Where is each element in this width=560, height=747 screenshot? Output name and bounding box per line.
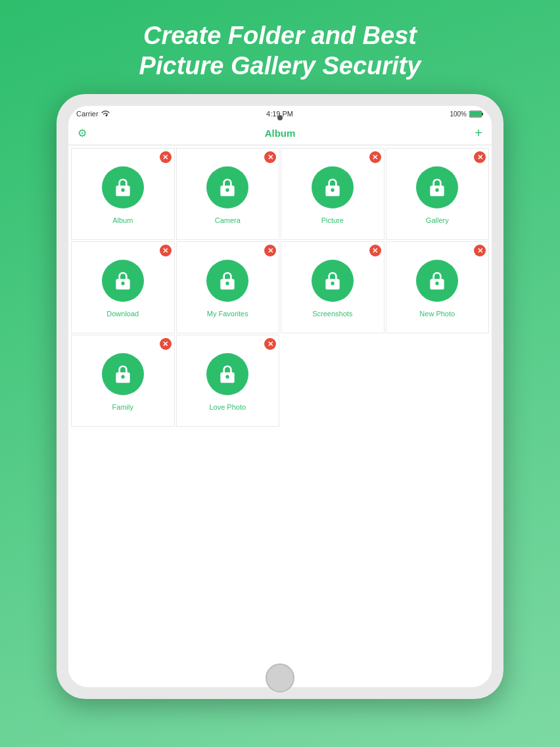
delete-button[interactable]: ✕ (474, 245, 486, 256)
nav-bar-inner: ⚙ Album + (78, 126, 482, 141)
tablet-frame: Carrier 4:19 PM 100% (57, 94, 503, 699)
lock-circle (312, 166, 354, 208)
lock-circle (416, 260, 458, 302)
delete-button[interactable]: ✕ (160, 338, 172, 350)
folder-item[interactable]: ✕ My Favorites (176, 241, 280, 333)
folder-grid: ✕ Album✕ Camera✕ Picture✕ Gallery✕ Downl… (71, 148, 489, 427)
delete-button[interactable]: ✕ (264, 151, 276, 163)
delete-button[interactable]: ✕ (264, 338, 276, 350)
lock-circle (102, 260, 144, 302)
delete-button[interactable]: ✕ (160, 245, 172, 256)
folder-label: My Favorites (207, 310, 248, 318)
camera-dot (277, 115, 283, 120)
nav-title: Album (265, 128, 296, 139)
folder-label: Camera (215, 216, 241, 224)
grid-area[interactable]: ✕ Album✕ Camera✕ Picture✕ Gallery✕ Downl… (68, 145, 492, 687)
add-button[interactable]: + (475, 126, 482, 141)
folder-item[interactable]: ✕ Download (71, 241, 175, 333)
folder-label: Screenshots (312, 310, 352, 318)
tablet-screen: Carrier 4:19 PM 100% (68, 106, 492, 687)
folder-label: Album (112, 216, 133, 224)
folder-item[interactable]: ✕ Camera (176, 148, 280, 240)
svg-rect-2 (482, 112, 483, 115)
lock-circle (102, 166, 144, 208)
folder-item[interactable]: ✕ Family (71, 335, 175, 427)
folder-label: Picture (321, 216, 344, 224)
lock-circle (206, 166, 248, 208)
delete-button[interactable]: ✕ (160, 151, 172, 163)
wifi-icon (101, 110, 110, 117)
home-button[interactable] (266, 663, 294, 692)
nav-bar: ⚙ Album + (68, 122, 492, 145)
lock-circle (206, 260, 248, 302)
status-carrier: Carrier (76, 110, 110, 118)
gear-icon[interactable]: ⚙ (78, 127, 87, 139)
folder-item[interactable]: ✕ Picture (281, 148, 385, 240)
lock-circle (102, 353, 144, 395)
status-battery: 100% (450, 110, 484, 118)
folder-label: New Photo (419, 310, 455, 318)
folder-item[interactable]: ✕ New Photo (386, 241, 490, 333)
lock-circle (206, 353, 248, 395)
delete-button[interactable]: ✕ (369, 245, 381, 256)
folder-item[interactable]: ✕ Screenshots (281, 241, 385, 333)
folder-label: Download (106, 310, 139, 318)
delete-button[interactable]: ✕ (264, 245, 276, 256)
tablet-device: Carrier 4:19 PM 100% (57, 94, 503, 699)
lock-circle (416, 166, 458, 208)
folder-item[interactable]: ✕ Love Photo (176, 335, 280, 427)
svg-rect-1 (470, 112, 481, 116)
battery-icon (469, 110, 484, 118)
delete-button[interactable]: ✕ (369, 151, 381, 163)
folder-label: Gallery (426, 216, 449, 224)
delete-button[interactable]: ✕ (474, 151, 486, 163)
folder-label: Love Photo (209, 403, 246, 411)
headline: Create Folder and Best Picture Gallery S… (100, 0, 461, 94)
lock-circle (312, 260, 354, 302)
folder-label: Family (112, 403, 133, 411)
folder-item[interactable]: ✕ Gallery (386, 148, 490, 240)
folder-item[interactable]: ✕ Album (71, 148, 175, 240)
